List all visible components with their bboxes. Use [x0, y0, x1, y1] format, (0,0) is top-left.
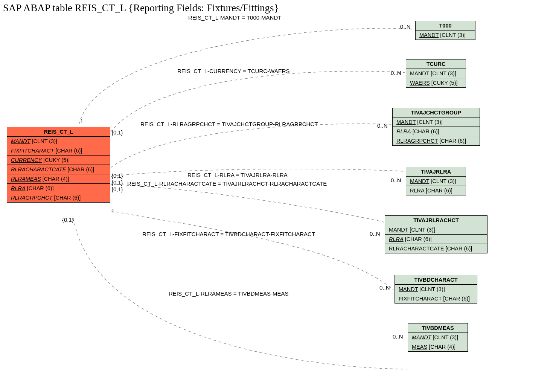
entity-reis-ct-l: REIS_CT_L MANDT [CLNT (3)] FIXFITCHARACT…	[7, 127, 110, 203]
entity-field: RLRAGRPCHCT [CHAR (6)]	[7, 193, 110, 202]
relationship-label: REIS_CT_L-CURRENCY = TCURC-WAERS	[177, 68, 290, 74]
entity-field: MANDT [CLNT (3)]	[406, 177, 466, 186]
entity-field: MANDT [CLNT (3)]	[385, 225, 487, 235]
entity-field: RLRACHARACTCATE [CHAR (6)]	[385, 244, 487, 253]
relationship-label: REIS_CT_L-MANDT = T000-MANDT	[188, 14, 281, 21]
entity-field: MANDT [CLNT (3)]	[7, 137, 110, 146]
cardinality-label: 0..N	[377, 122, 388, 129]
cardinality-label: 0..N	[400, 23, 411, 30]
entity-field: RLRA [CHAR (6)]	[385, 235, 487, 244]
entity-field: MANDT [CLNT (3)]	[395, 285, 477, 294]
entity-field: MANDT [CLNT (3)]	[393, 117, 480, 127]
entity-header: TIVBDMEAS	[408, 323, 468, 333]
cardinality-label: 1	[80, 118, 83, 124]
entity-field: MEAS [CHAR (4)]	[408, 342, 468, 351]
entity-field: WAERS [CUKY (5)]	[406, 78, 466, 87]
cardinality-label: {0,1}	[111, 129, 123, 136]
entity-field: CURRENCY [CUKY (5)]	[7, 156, 110, 165]
entity-header: TIVBDCHARACT	[395, 275, 477, 285]
cardinality-label: 0..N	[391, 70, 401, 76]
entity-field: RLRA [CHAR (6)]	[7, 184, 110, 193]
entity-field: RLRAGRPCHCT [CHAR (6)]	[393, 136, 480, 145]
relationship-label: REIS_CT_L-RLRAGRPCHCT = TIVAJCHCTGROUP-R…	[140, 121, 318, 127]
entity-field: RLRA [CHAR (6)]	[406, 186, 466, 195]
entity-header: TIVAJRLRA	[406, 167, 466, 177]
entity-field: MANDT [CLNT (3)]	[408, 333, 468, 342]
entity-t000: T000 MANDT [CLNT (3)]	[415, 21, 475, 40]
entity-tivajchctgroup: TIVAJCHCTGROUP MANDT [CLNT (3)] RLRA [CH…	[392, 108, 480, 146]
entity-field: MANDT [CLNT (3)]	[406, 69, 466, 78]
cardinality-label: 0..N	[379, 284, 390, 291]
cardinality-label: 0..N	[393, 333, 403, 340]
relationship-label: REIS_CT_L-RLRACHARACTCATE = TIVAJRLRACHC…	[127, 180, 327, 187]
relationship-label: REIS_CT_L-RLRA = TIVAJRLRA-RLRA	[187, 172, 288, 178]
entity-tcurc: TCURC MANDT [CLNT (3)] WAERS [CUKY (5)]	[406, 59, 466, 88]
entity-tivajrlrachct: TIVAJRLRACHCT MANDT [CLNT (3)] RLRA [CHA…	[385, 215, 487, 253]
entity-tivbdmeas: TIVBDMEAS MANDT [CLNT (3)] MEAS [CHAR (4…	[408, 323, 468, 352]
entity-tivajrlra: TIVAJRLRA MANDT [CLNT (3)] RLRA [CHAR (6…	[406, 167, 466, 195]
entity-tivbdcharact: TIVBDCHARACT MANDT [CLNT (3)] FIXFITCHAR…	[395, 275, 477, 304]
entity-field: FIXFITCHARACT [CHAR (6)]	[7, 146, 110, 156]
entity-header: REIS_CT_L	[7, 127, 110, 137]
cardinality-label: {0,1}	[111, 179, 123, 186]
entity-header: TIVAJRLRACHCT	[385, 216, 487, 225]
entity-header: TIVAJCHCTGROUP	[393, 108, 480, 117]
entity-field: RLRAMEAS [CHAR (4)]	[7, 174, 110, 184]
entity-field: RLRA [CHAR (6)]	[393, 127, 480, 136]
cardinality-label: 0..N	[370, 230, 380, 237]
cardinality-label: 1	[111, 208, 114, 214]
entity-header: T000	[416, 21, 475, 31]
relationship-label: REIS_CT_L-RLRAMEAS = TIVBDMEAS-MEAS	[169, 290, 289, 297]
relationship-label: REIS_CT_L-FIXFITCHARACT = TIVBDCHARACT-F…	[142, 231, 315, 237]
entity-field: FIXFITCHARACT [CHAR (6)]	[395, 294, 477, 303]
entity-header: TCURC	[406, 59, 466, 69]
cardinality-label: {0,1}	[111, 172, 123, 179]
cardinality-label: {0,1}	[62, 217, 74, 223]
cardinality-label: 0..N	[391, 177, 401, 183]
entity-field: RLRACHARACTCATE [CHAR (6)]	[7, 165, 110, 174]
cardinality-label: {0,1}	[111, 186, 123, 192]
page-title: SAP ABAP table REIS_CT_L {Reporting Fiel…	[3, 2, 279, 14]
entity-field: MANDT [CLNT (3)]	[416, 31, 475, 40]
